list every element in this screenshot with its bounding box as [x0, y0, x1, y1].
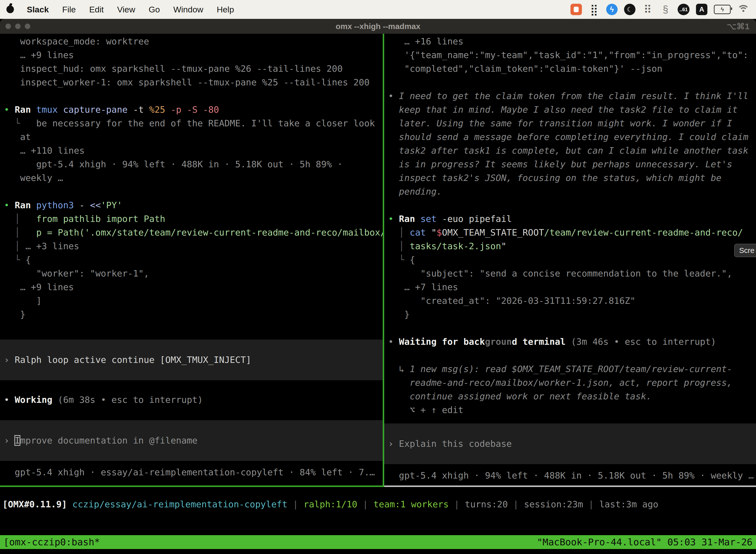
- terminal-line: [388, 321, 756, 335]
- pane-bottom-border: [0, 486, 756, 487]
- screen-recording-indicator-icon[interactable]: [570, 4, 582, 15]
- terminal-line: gpt-5.4 xhigh · 94% left · 488K in · 5.1…: [388, 468, 756, 482]
- terminal-pane-left[interactable]: workspace_mode: worktree … +9 lines insp…: [0, 34, 383, 486]
- prompt-input-left[interactable]: › Improve documentation in @filename: [0, 420, 383, 461]
- terminal-line: weekly …: [4, 171, 383, 185]
- terminal-line: continue assigned work or next feasible …: [388, 389, 756, 403]
- window-titlebar: omx --xhigh --madmax ⌥⌘1: [0, 19, 756, 34]
- menu-item-file[interactable]: File: [62, 5, 76, 14]
- terminal-line: [OMX#0.11.9] cczip/essay/ai-reimplementa…: [2, 497, 756, 511]
- terminal-line: later. Using the same for transition mig…: [388, 116, 756, 130]
- screen: Slack File Edit View Go Window Help ⣿ ϟ …: [0, 0, 756, 554]
- squiggle-status-icon[interactable]: §: [660, 4, 671, 15]
- window-shortcut-hint: ⌥⌘1: [727, 21, 750, 31]
- terminal-line: inspect task2's JSON, focusing on the st…: [388, 171, 756, 185]
- omx-status-pane: [OMX#0.11.9] cczip/essay/ai-reimplementa…: [0, 487, 756, 535]
- terminal-line: … +16 lines: [388, 35, 756, 48]
- dark-circle-status-icon[interactable]: ☾: [624, 4, 635, 15]
- terminal-line: │ from pathlib import Path: [4, 212, 383, 226]
- terminal-line: • Working (6m 38s • esc to interrupt): [4, 393, 383, 406]
- terminal-line: gpt-5.4 xhigh · 94% left · 488K in · 5.1…: [4, 157, 383, 171]
- terminal-line: pending.: [388, 185, 756, 198]
- messenger-status-icon[interactable]: ϟ: [606, 4, 618, 15]
- terminal-line: • I need to get the claim token from the…: [388, 89, 756, 103]
- menu-item-go[interactable]: Go: [148, 5, 160, 14]
- terminal-line: "worker": "worker-1",: [4, 267, 383, 280]
- terminal-line: • Waiting for background terminal (3m 46…: [388, 335, 756, 348]
- wifi-icon[interactable]: [737, 4, 750, 14]
- terminal-line: ⌥ + ↑ edit: [388, 403, 756, 417]
- menu-item-edit[interactable]: Edit: [89, 5, 104, 14]
- terminal-line: └ {: [388, 253, 756, 267]
- apple-menu-icon[interactable]: [6, 6, 14, 13]
- terminal-area: workspace_mode: worktree … +9 lines insp…: [0, 34, 756, 486]
- menu-app-name[interactable]: Slack: [27, 5, 49, 14]
- terminal-line: "completed","claim_token":"claim-token"}…: [388, 62, 756, 75]
- terminal-line: … +9 lines: [4, 280, 383, 294]
- terminal-line: "created_at": "2026-03-31T11:59:27.816Z": [388, 294, 756, 308]
- menu-bar: Slack File Edit View Go Window Help ⣿ ϟ …: [0, 0, 756, 19]
- terminal-line: at: [4, 130, 383, 144]
- terminal-line: │ tasks/task-2.json": [388, 239, 756, 253]
- terminal-line: workspace_mode: worktree: [4, 35, 383, 48]
- terminal-line: • Ran python3 - <<'PY': [4, 198, 383, 212]
- terminal-line: … +9 lines: [4, 48, 383, 62]
- battery-charging-icon[interactable]: ϟ: [714, 5, 731, 14]
- prompt-input-right[interactable]: › Explain this codebase: [384, 424, 756, 464]
- terminal-line: › Ralph loop active continue [OMX_TMUX_I…: [0, 340, 383, 380]
- terminal-line: should send a message before completing …: [388, 130, 756, 144]
- terminal-line: ]: [4, 294, 383, 308]
- input-source-icon[interactable]: A: [696, 4, 707, 15]
- tmux-host-clock: "MacBook-Pro-44.local" 05:03 31-Mar-26: [537, 537, 753, 548]
- terminal-line: inspect_worker-1: omx sparkshell --tmux-…: [4, 75, 383, 89]
- menu-item-window[interactable]: Window: [173, 5, 203, 14]
- terminal-line: [4, 185, 383, 198]
- terminal-line: '{"team_name":"my-team","task_id":"1","f…: [388, 48, 756, 62]
- keypad-status-icon[interactable]: ⣿: [588, 4, 600, 15]
- terminal-line: … +7 lines: [388, 280, 756, 294]
- terminal-line: }: [4, 308, 383, 321]
- tmux-session-label: [omx-cczip0:bash*: [3, 537, 100, 548]
- terminal-window: omx --xhigh --madmax ⌥⌘1 workspace_mode:…: [0, 19, 756, 549]
- terminal-line: [388, 75, 756, 89]
- terminal-line: └ {: [4, 253, 383, 267]
- terminal-line: [4, 89, 383, 103]
- badge-61-status-icon[interactable]: ..61: [678, 4, 690, 15]
- menu-item-help[interactable]: Help: [217, 5, 234, 14]
- terminal-line: │ … +3 lines: [4, 239, 383, 253]
- menu-item-view[interactable]: View: [117, 5, 135, 14]
- terminal-line: }: [388, 308, 756, 321]
- terminal-line: gpt-5.4 xhigh · essay/ai-reimplementatio…: [4, 465, 383, 479]
- terminal-line: task2 after task1 is complete, but can I…: [388, 144, 756, 157]
- terminal-line: │ cat "$OMX_TEAM_STATE_ROOT/team/review-…: [388, 226, 756, 239]
- terminal-line: │ p = Path('.omx/state/team/review-curre…: [4, 226, 383, 239]
- terminal-line: "subject": "send a concise recommendatio…: [388, 267, 756, 280]
- terminal-line: • Ran set -euo pipefail: [388, 212, 756, 226]
- tmux-status-bar: [omx-cczip0:bash* "MacBook-Pro-44.local"…: [0, 535, 756, 549]
- dots-grid-status-icon[interactable]: ⠿: [642, 4, 653, 15]
- terminal-line: [388, 348, 756, 362]
- terminal-line: inspect_hud: omx sparkshell --tmux-pane …: [4, 62, 383, 75]
- terminal-line: is in progress? It seems likely but perh…: [388, 157, 756, 171]
- screen-tooltip: Scre: [734, 244, 756, 257]
- terminal-line: … +110 lines: [4, 144, 383, 157]
- terminal-line: keep that in mind. Maybe I also need the…: [388, 103, 756, 116]
- window-title: omx --xhigh --madmax: [0, 22, 756, 31]
- terminal-line: ↳ 1 new msg(s): read $OMX_TEAM_STATE_ROO…: [388, 362, 756, 376]
- terminal-line: readme-and-reco/mailbox/worker-1.json, a…: [388, 376, 756, 389]
- terminal-line: [388, 198, 756, 212]
- terminal-line: └ be necessary for the end of the README…: [4, 116, 383, 130]
- terminal-line: • Ran tmux capture-pane -t %25 -p -S -80: [4, 103, 383, 116]
- terminal-pane-right[interactable]: … +16 lines '{"team_name":"my-team","tas…: [384, 34, 756, 486]
